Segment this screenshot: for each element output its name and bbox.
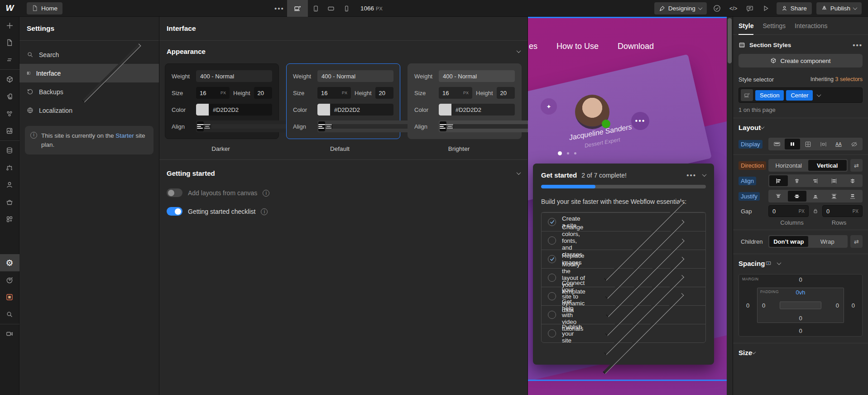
help-button[interactable] <box>0 271 19 289</box>
font-weight-select[interactable]: 400 - Normal <box>317 70 393 82</box>
spacing-diagram[interactable]: MARGIN 0 0 0 0 PADDING 0vh 0 0 0 <box>739 274 863 337</box>
settings-item-localization[interactable]: Localization <box>19 101 159 120</box>
display-grid-button[interactable] <box>800 139 815 149</box>
checkbox-circle[interactable] <box>548 274 556 282</box>
justify-start-button[interactable] <box>769 191 788 202</box>
scrollbar-thumb[interactable] <box>728 18 732 63</box>
comments-button[interactable] <box>744 0 756 17</box>
justify-around-button[interactable] <box>843 191 862 202</box>
font-weight-select[interactable]: 400 - Normal <box>439 70 515 82</box>
tab-settings[interactable]: Settings <box>762 17 786 35</box>
align-left-button[interactable] <box>197 121 204 131</box>
cms-button[interactable] <box>0 142 19 159</box>
display-block-button[interactable] <box>769 139 785 149</box>
margin-top-value[interactable]: 0 <box>799 276 802 283</box>
preview-button[interactable] <box>760 0 772 17</box>
checkbox-circle[interactable] <box>548 255 556 263</box>
breakpoint-phone-portrait-button[interactable] <box>339 0 354 17</box>
get-started-collapse-button[interactable] <box>702 172 707 177</box>
gap-lock-button[interactable] <box>809 208 822 214</box>
components-button[interactable] <box>0 71 19 88</box>
children-wrap-button[interactable]: Wrap <box>808 236 847 247</box>
direction-vertical-button[interactable]: Vertical <box>808 160 847 171</box>
children-dont-wrap-button[interactable]: Don’t wrap <box>769 236 808 247</box>
align-left-button[interactable] <box>318 121 325 131</box>
assets-button[interactable] <box>0 122 19 140</box>
toggle-switch[interactable] <box>167 188 182 197</box>
justify-between-button[interactable] <box>825 191 843 202</box>
align-left-button[interactable] <box>440 121 446 131</box>
autosave-status-icon[interactable] <box>711 0 723 17</box>
slider-dots[interactable] <box>558 151 576 155</box>
slider-prev-button[interactable]: ✦ <box>541 98 557 115</box>
find-button[interactable] <box>0 306 19 323</box>
font-size-input[interactable]: 16PX <box>439 87 472 99</box>
variables-button[interactable] <box>0 105 19 122</box>
padding-top-value[interactable]: 0vh <box>796 289 806 296</box>
info-icon[interactable]: i <box>261 208 268 215</box>
padding-bottom-value[interactable]: 0 <box>799 315 802 322</box>
info-icon[interactable]: i <box>263 190 269 197</box>
align-center-button[interactable] <box>204 121 211 131</box>
display-flex-button[interactable] <box>785 139 800 149</box>
checkbox-circle[interactable] <box>548 329 556 337</box>
breakpoint-desktop-button[interactable] <box>287 0 308 17</box>
theme-card[interactable]: Weight 400 - Normal Size 16PX Height 20 … <box>165 63 279 139</box>
tab-style[interactable]: Style <box>739 17 753 35</box>
color-swatch[interactable] <box>317 104 330 116</box>
checkbox-circle[interactable] <box>548 218 556 226</box>
selector-tag-center[interactable]: Center <box>786 90 813 101</box>
share-button[interactable]: Share <box>777 2 812 14</box>
users-button[interactable] <box>0 176 19 193</box>
font-size-input[interactable]: 16PX <box>196 87 230 99</box>
color-field[interactable]: #D2D2D2 <box>317 104 393 116</box>
margin-left-value[interactable]: 0 <box>746 302 749 309</box>
settings-item-interface[interactable]: Interface <box>19 64 159 82</box>
appearance-section-header[interactable]: Appearance <box>159 41 528 62</box>
breakpoint-phone-landscape-button[interactable] <box>323 0 339 17</box>
breakpoint-chip[interactable] <box>741 89 753 101</box>
gap-columns-input[interactable]: 0PX <box>768 205 809 217</box>
line-height-input[interactable]: 20 <box>254 87 272 99</box>
apps-button[interactable] <box>0 211 19 228</box>
padding-right-value[interactable]: 0 <box>836 302 839 309</box>
pages-button[interactable] <box>0 34 19 51</box>
site-nav-link[interactable]: How to Use <box>556 42 599 51</box>
font-size-input[interactable]: 16PX <box>317 87 351 99</box>
canvas-scrollbar[interactable] <box>727 17 733 395</box>
theme-card[interactable]: Weight 400 - Normal Size 16PX Height 20 … <box>408 63 522 139</box>
layout-section-header[interactable]: Layout <box>733 118 868 136</box>
wrap-reverse-button[interactable]: ⇄ <box>850 235 863 248</box>
webflow-logo-icon[interactable]: W <box>0 0 19 17</box>
logic-button[interactable] <box>0 159 19 176</box>
breakpoint-menu-button[interactable]: ••• <box>272 0 287 17</box>
settings-button[interactable]: ⚙ <box>0 254 19 271</box>
getting-started-section-header[interactable]: Getting started <box>159 163 528 183</box>
checkbox-circle[interactable] <box>548 292 556 300</box>
inheriting-info[interactable]: Inheriting 3 selectors <box>810 76 863 82</box>
justify-center-button[interactable] <box>788 191 806 202</box>
font-weight-select[interactable]: 400 - Normal <box>196 70 272 82</box>
style-manager-button[interactable] <box>0 88 19 105</box>
line-height-input[interactable]: 20 <box>375 87 393 99</box>
color-swatch[interactable] <box>439 104 451 116</box>
display-inline-block-button[interactable] <box>815 139 831 149</box>
selector-tag-section[interactable]: Section <box>755 90 784 101</box>
publish-dropdown[interactable]: Publish <box>816 2 862 14</box>
direction-reverse-button[interactable]: ⇄ <box>850 159 863 172</box>
align-center-button[interactable] <box>325 121 332 131</box>
gap-rows-input[interactable]: 0PX <box>822 205 863 217</box>
align-end-button[interactable] <box>806 175 825 186</box>
checkbox-circle[interactable] <box>548 236 556 245</box>
spacing-mode-icon[interactable] <box>765 260 772 266</box>
align-center-button[interactable] <box>446 121 453 131</box>
get-started-menu-button[interactable]: ••• <box>686 171 696 179</box>
extension-button[interactable] <box>0 289 19 306</box>
add-elements-button[interactable] <box>0 17 19 34</box>
create-component-button[interactable]: Create component <box>739 54 863 67</box>
canvas-width-readout[interactable]: 1066PX <box>360 5 383 12</box>
design-canvas[interactable]: es How to Use Download ✦ ••• Jacqueline … <box>528 17 733 395</box>
spacing-section-header[interactable]: Spacing <box>733 254 868 272</box>
style-selector-field[interactable]: Section Center <box>739 87 863 103</box>
margin-bottom-value[interactable]: 0 <box>799 328 802 334</box>
